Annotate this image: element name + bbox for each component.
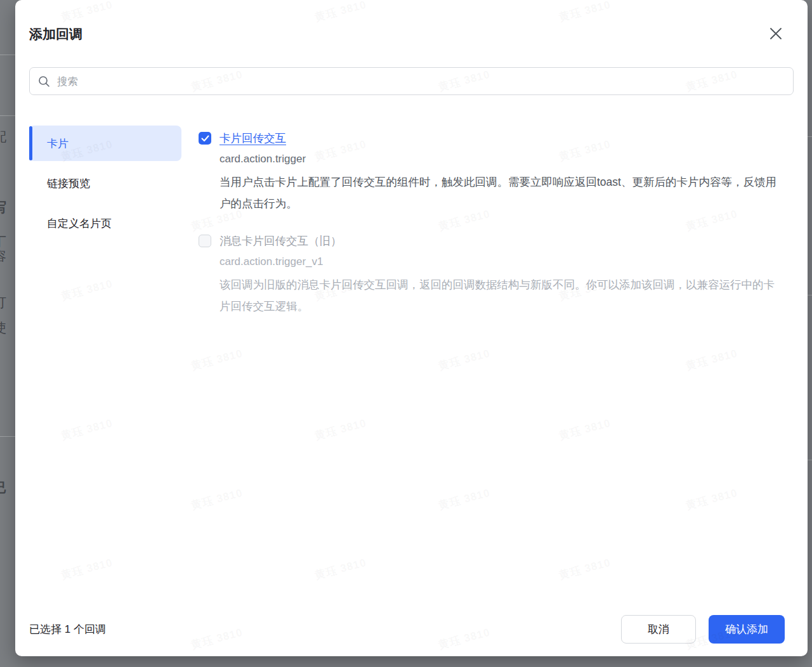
selection-summary: 已选择 1 个回调 bbox=[29, 622, 106, 637]
search-input[interactable] bbox=[57, 75, 785, 87]
option-code: card.action.trigger_v1 bbox=[219, 254, 783, 269]
cancel-button[interactable]: 取消 bbox=[621, 615, 696, 644]
dialog-footer: 已选择 1 个回调 取消 确认添加 bbox=[29, 615, 785, 644]
checkbox-unchecked[interactable] bbox=[199, 235, 211, 247]
option-code: card.action.trigger bbox=[219, 152, 783, 167]
option-title[interactable]: 卡片回传交互 bbox=[219, 131, 783, 146]
backdrop-divider bbox=[808, 136, 812, 137]
confirm-add-button[interactable]: 确认添加 bbox=[709, 615, 785, 644]
sidebar-item-label: 卡片 bbox=[47, 136, 69, 151]
background-text-fragment: 已 bbox=[0, 481, 6, 495]
option-description: 当用户点击卡片上配置了回传交互的组件时，触发此回调。需要立即响应返回toast、… bbox=[219, 172, 783, 214]
search-icon bbox=[38, 75, 50, 87]
option-title: 消息卡片回传交互（旧） bbox=[219, 233, 783, 249]
backdrop-divider bbox=[808, 295, 812, 295]
dialog-title: 添加回调 bbox=[29, 25, 794, 43]
option-description: 该回调为旧版的消息卡片回传交互回调，返回的回调数据结构与新版不同。你可以添加该回… bbox=[219, 275, 783, 317]
background-text-fragment: 配 bbox=[0, 130, 6, 144]
sidebar-item-link-preview[interactable]: 链接预览 bbox=[29, 165, 181, 201]
dialog-header: 添加回调 bbox=[15, 0, 808, 43]
category-sidebar: 卡片 链接预览 自定义名片页 bbox=[29, 126, 181, 336]
callback-option-list: 卡片回传交互 card.action.trigger 当用户点击卡片上配置了回传… bbox=[199, 126, 794, 336]
backdrop-divider bbox=[0, 436, 15, 437]
backdrop-divider bbox=[808, 460, 812, 460]
background-text-fragment: 使 bbox=[0, 321, 6, 335]
close-button[interactable] bbox=[767, 25, 785, 43]
background-text-fragment: 容 bbox=[0, 249, 6, 263]
sidebar-item-custom-profile[interactable]: 自定义名片页 bbox=[29, 205, 181, 241]
background-text-fragment: 打 bbox=[0, 295, 6, 309]
sidebar-item-card[interactable]: 卡片 bbox=[29, 126, 181, 161]
option-text: 消息卡片回传交互（旧） card.action.trigger_v1 该回调为旧… bbox=[219, 233, 783, 317]
backdrop-divider bbox=[0, 115, 15, 116]
option-text: 卡片回传交互 card.action.trigger 当用户点击卡片上配置了回传… bbox=[219, 131, 783, 214]
callback-option-card-action-trigger: 卡片回传交互 card.action.trigger 当用户点击卡片上配置了回传… bbox=[199, 131, 794, 214]
callback-option-card-action-trigger-v1: 消息卡片回传交互（旧） card.action.trigger_v1 该回调为旧… bbox=[199, 233, 794, 317]
close-icon bbox=[769, 27, 783, 42]
checkbox-checked[interactable] bbox=[199, 132, 211, 145]
background-text-fragment: 丁 bbox=[0, 235, 6, 249]
backdrop-divider bbox=[0, 55, 15, 55]
footer-actions: 取消 确认添加 bbox=[621, 615, 785, 644]
sidebar-item-label: 自定义名片页 bbox=[47, 216, 112, 231]
check-icon bbox=[201, 135, 209, 142]
background-text-fragment: 写 bbox=[0, 200, 6, 214]
add-callback-dialog: 黄珏 3810黄珏 3810黄珏 3810黄珏 3810黄珏 3810黄珏 38… bbox=[15, 0, 808, 656]
search-box bbox=[29, 67, 794, 95]
sidebar-item-label: 链接预览 bbox=[47, 176, 90, 191]
